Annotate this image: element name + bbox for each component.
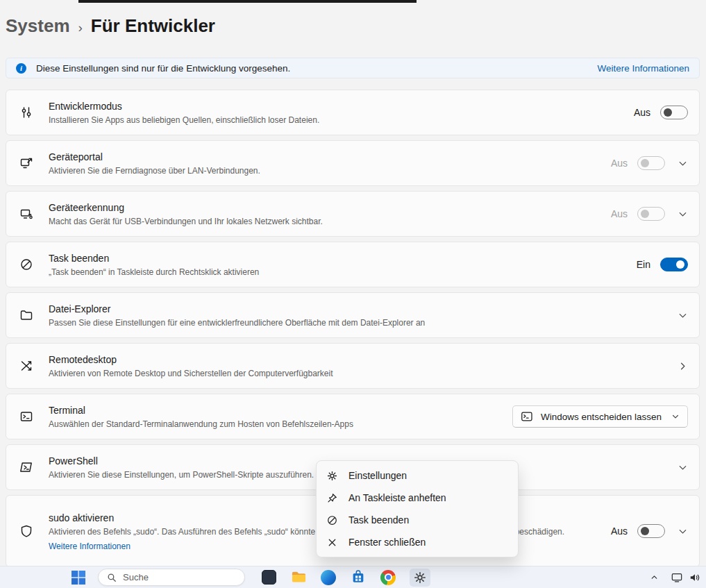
app-icon-console[interactable] bbox=[260, 569, 277, 586]
block-icon bbox=[326, 514, 338, 526]
toggle-state-label: Aus bbox=[611, 158, 628, 169]
toggle-state-label: Aus bbox=[611, 208, 628, 219]
chevron-right-icon[interactable] bbox=[678, 361, 688, 371]
close-icon bbox=[326, 537, 338, 548]
search-icon bbox=[107, 573, 117, 582]
taskbar-search-input[interactable]: Suche bbox=[98, 569, 245, 586]
taskbar: Suche bbox=[0, 566, 706, 588]
setting-row-datei-explorer[interactable]: Datei-Explorer Passen Sie diese Einstell… bbox=[6, 292, 700, 338]
menu-item-label: Einstellungen bbox=[348, 470, 407, 481]
taskbar-right bbox=[648, 566, 701, 588]
setting-row-geraeteerkennung: Geräteerkennung Macht das Gerät für USB-… bbox=[6, 191, 700, 237]
volume-icon bbox=[689, 572, 701, 583]
terminal-app-dropdown[interactable]: Windows entscheiden lassen bbox=[512, 405, 688, 428]
start-button[interactable] bbox=[68, 569, 89, 587]
chrome-glyph bbox=[380, 570, 396, 585]
network-icon bbox=[671, 572, 683, 583]
sudo-toggle[interactable] bbox=[637, 524, 665, 538]
toggle-state-label: Ein bbox=[637, 259, 650, 270]
info-banner-text: Diese Einstellungen sind nur für die Ent… bbox=[36, 63, 290, 74]
setting-row-terminal: Terminal Auswählen der Standard-Terminal… bbox=[6, 394, 700, 439]
setting-title: Terminal bbox=[49, 404, 501, 417]
page-title: Für Entwickler bbox=[91, 15, 215, 37]
search-placeholder: Suche bbox=[123, 572, 149, 582]
breadcrumb-system[interactable]: System bbox=[6, 15, 70, 37]
powershell-icon bbox=[19, 460, 33, 474]
setting-controls: Ein bbox=[637, 258, 688, 271]
gear-icon bbox=[413, 571, 427, 585]
setting-title: Remotedesktop bbox=[49, 353, 664, 366]
console-glyph bbox=[262, 570, 276, 585]
background-window-edge bbox=[78, 0, 417, 3]
toggle-knob bbox=[641, 527, 649, 535]
chevron-down-icon[interactable] bbox=[678, 158, 688, 169]
menu-item-label: An Taskleiste anheften bbox=[348, 492, 446, 503]
setting-text: Task beenden „Task beenden“ in Taskleist… bbox=[49, 244, 625, 286]
entwicklermodus-toggle[interactable] bbox=[660, 106, 688, 119]
terminal-icon bbox=[19, 410, 33, 423]
toggle-state-label: Aus bbox=[611, 526, 628, 537]
geraeteerkennung-toggle[interactable] bbox=[637, 207, 665, 221]
setting-title: Geräteerkennung bbox=[49, 201, 600, 214]
setting-title: Datei-Explorer bbox=[49, 303, 664, 315]
breadcrumb: System › Für Entwickler bbox=[6, 15, 706, 37]
toggle-knob bbox=[676, 260, 684, 269]
remote-desktop-icon bbox=[19, 359, 33, 373]
windows-logo-icon bbox=[72, 571, 85, 585]
edge-glyph bbox=[321, 570, 336, 585]
geraeteportal-toggle[interactable] bbox=[637, 156, 665, 170]
setting-controls: Aus bbox=[611, 207, 688, 221]
setting-title: Entwicklermodus bbox=[49, 100, 623, 112]
menu-item-task-beenden[interactable]: Task beenden bbox=[320, 509, 514, 531]
info-icon: i bbox=[16, 63, 26, 74]
app-icon-file-explorer[interactable] bbox=[290, 569, 307, 586]
app-icon-settings[interactable] bbox=[410, 569, 430, 587]
toggle-knob bbox=[664, 108, 672, 117]
setting-text: Geräteerkennung Macht das Gerät für USB-… bbox=[49, 193, 600, 235]
setting-row-geraeteportal: Geräteportal Aktivieren Sie die Ferndiag… bbox=[6, 140, 700, 186]
setting-controls bbox=[675, 361, 688, 371]
app-icon-microsoft-store[interactable] bbox=[350, 569, 367, 586]
setting-text: Remotedesktop Aktivieren von Remote Desk… bbox=[49, 345, 664, 387]
setting-row-remotedesktop[interactable]: Remotedesktop Aktivieren von Remote Desk… bbox=[6, 343, 700, 389]
setting-text: Geräteportal Aktivieren Sie die Ferndiag… bbox=[49, 142, 600, 185]
device-portal-icon bbox=[19, 156, 33, 170]
block-icon bbox=[19, 258, 33, 271]
task-beenden-toggle[interactable] bbox=[660, 258, 688, 271]
shield-icon bbox=[19, 524, 33, 538]
setting-title: Geräteportal bbox=[49, 151, 600, 163]
setting-title: Task beenden bbox=[49, 252, 625, 264]
folder-icon bbox=[19, 308, 33, 322]
app-icon-chrome[interactable] bbox=[380, 569, 396, 586]
banner-more-info-link[interactable]: Weitere Informationen bbox=[597, 63, 689, 74]
pin-icon bbox=[326, 492, 338, 504]
setting-description: Aktivieren von Remote Desktop und Sicher… bbox=[49, 368, 664, 379]
menu-item-einstellungen[interactable]: Einstellungen bbox=[320, 464, 514, 487]
setting-description: Passen Sie diese Einstellungen für eine … bbox=[49, 317, 664, 328]
setting-controls bbox=[675, 310, 688, 321]
chevron-down-icon[interactable] bbox=[678, 209, 688, 219]
setting-text: Terminal Auswählen der Standard-Terminal… bbox=[49, 396, 501, 438]
setting-description: Installieren Sie Apps aus beliebigen Que… bbox=[49, 115, 623, 126]
show-hidden-icons-button[interactable] bbox=[648, 571, 660, 583]
menu-item-an-taskleiste-anheften[interactable]: An Taskleiste anheften bbox=[320, 487, 514, 509]
toggle-knob bbox=[641, 210, 649, 218]
setting-text: Datei-Explorer Passen Sie diese Einstell… bbox=[49, 294, 664, 337]
chevron-down-icon[interactable] bbox=[678, 462, 688, 473]
info-banner: i Diese Einstellungen sind nur für die E… bbox=[6, 58, 700, 78]
chevron-up-icon bbox=[650, 573, 659, 582]
chevron-down-icon[interactable] bbox=[678, 310, 688, 321]
system-tray[interactable] bbox=[671, 572, 701, 583]
setting-text: Entwicklermodus Installieren Sie Apps au… bbox=[49, 92, 623, 134]
setting-description: „Task beenden“ in Taskleiste durch Recht… bbox=[49, 267, 625, 278]
menu-item-fenster-schliessen[interactable]: Fenster schließen bbox=[320, 531, 514, 553]
app-icon-edge[interactable] bbox=[320, 569, 337, 586]
chevron-down-icon bbox=[671, 412, 680, 421]
chevron-down-icon[interactable] bbox=[678, 526, 688, 537]
menu-item-label: Task beenden bbox=[348, 514, 409, 526]
setting-controls: Aus bbox=[611, 524, 688, 538]
sudo-more-info-link[interactable]: Weitere Informationen bbox=[49, 541, 131, 551]
sliders-icon bbox=[19, 106, 33, 119]
setting-description: Auswählen der Standard-Terminalanwendung… bbox=[49, 419, 501, 430]
device-discovery-icon bbox=[19, 207, 33, 221]
